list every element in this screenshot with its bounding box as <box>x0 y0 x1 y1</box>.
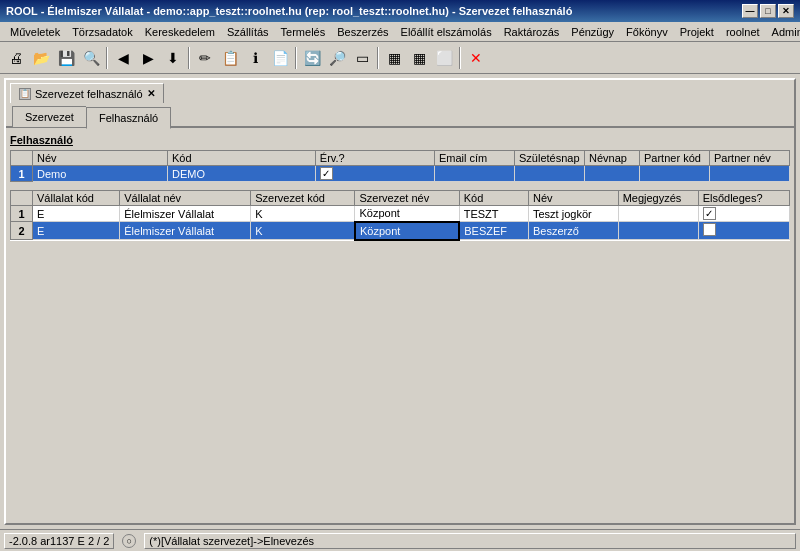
lcell-elsodles-2[interactable] <box>698 222 789 240</box>
minimize-button[interactable]: — <box>742 4 758 18</box>
menu-projekt[interactable]: Projekt <box>674 25 720 39</box>
lower-table-row-1[interactable]: 1 E Élelmiszer Vállalat K Központ TESZT … <box>11 206 790 222</box>
checkbox-elsodles-1[interactable] <box>703 207 716 220</box>
toolbar-find[interactable]: 🔍 <box>79 46 103 70</box>
lcell-megjegyzes-2[interactable] <box>618 222 698 240</box>
lcell-kod-2[interactable]: BESZEF <box>459 222 528 240</box>
lcell-nev-1[interactable]: Teszt jogkör <box>528 206 618 222</box>
upper-section: Felhasználó Név Kód Érv.? Email cím Szül… <box>10 132 790 182</box>
menu-termeles[interactable]: Termelés <box>275 25 332 39</box>
toolbar-sep-1 <box>106 47 108 69</box>
lcol-num <box>11 191 33 206</box>
checkbox-elsodles-2[interactable] <box>703 223 716 236</box>
col-nevnap: Névnap <box>585 151 640 166</box>
toolbar-save[interactable]: 💾 <box>54 46 78 70</box>
lcell-kod-1[interactable]: TESZT <box>459 206 528 222</box>
lrow-num-1: 1 <box>11 206 33 222</box>
menu-szallitas[interactable]: Szállítás <box>221 25 275 39</box>
menu-penzugy[interactable]: Pénzügy <box>565 25 620 39</box>
col-email: Email cím <box>435 151 515 166</box>
tab-icon: 📋 <box>19 88 31 100</box>
title-bar: ROOL - Élelmiszer Vállalat - demo::app_t… <box>0 0 800 22</box>
toolbar-copy[interactable]: 📋 <box>218 46 242 70</box>
toolbar-box1[interactable]: ▭ <box>350 46 374 70</box>
menu-eloallit[interactable]: Előállít elszámolás <box>395 25 498 39</box>
lcell-szervezet-nev-2[interactable]: Központ <box>355 222 459 240</box>
col-partner-nev: Partner név <box>710 151 790 166</box>
toolbar-prev[interactable]: ◀ <box>111 46 135 70</box>
col-szul: Születésnap <box>515 151 585 166</box>
lcol-kod: Kód <box>459 191 528 206</box>
window-tab-bar: 📋 Szervezet felhasználó ✕ <box>6 80 794 102</box>
toolbar-grid1[interactable]: ▦ <box>382 46 406 70</box>
cell-szul-1[interactable] <box>515 166 585 182</box>
col-partner-kod: Partner kód <box>640 151 710 166</box>
lcol-vallalat-kod: Vállalat kód <box>33 191 120 206</box>
inner-tab-szervezet[interactable]: Szervezet <box>12 106 86 128</box>
cell-nev-1[interactable]: Demo <box>33 166 168 182</box>
menu-beszerzes[interactable]: Beszerzés <box>331 25 394 39</box>
toolbar-print[interactable]: 🖨 <box>4 46 28 70</box>
col-num <box>11 151 33 166</box>
lcell-vallalat-nev-2[interactable]: Élelmiszer Vállalat <box>120 222 251 240</box>
cell-partner-kod-1[interactable] <box>640 166 710 182</box>
lcell-szervezet-nev-1[interactable]: Központ <box>355 206 459 222</box>
toolbar-zoom[interactable]: 🔎 <box>325 46 349 70</box>
toolbar-info[interactable]: ℹ <box>243 46 267 70</box>
lcell-vallalat-kod-2[interactable]: E <box>33 222 120 240</box>
lower-table: Vállalat kód Vállalat név Szervezet kód … <box>10 190 790 241</box>
lcell-vallalat-nev-1[interactable]: Élelmiszer Vállalat <box>120 206 251 222</box>
menu-kereskedelem[interactable]: Kereskedelem <box>139 25 221 39</box>
lcell-elsodles-1[interactable] <box>698 206 789 222</box>
menu-torzsadatok[interactable]: Törzsadatok <box>66 25 139 39</box>
cell-partner-nev-1[interactable] <box>710 166 790 182</box>
title-bar-buttons: — □ ✕ <box>742 4 794 18</box>
toolbar-sep-3 <box>295 47 297 69</box>
menu-raktarozas[interactable]: Raktározás <box>498 25 566 39</box>
lcell-szervezet-kod-2[interactable]: K <box>251 222 355 240</box>
lcell-megjegyzes-1[interactable] <box>618 206 698 222</box>
inner-tab-felhasznalo[interactable]: Felhasználó <box>86 107 171 129</box>
status-icon: ○ <box>122 534 136 548</box>
upper-table: Név Kód Érv.? Email cím Születésnap Névn… <box>10 150 790 182</box>
checkbox-erv-1[interactable] <box>320 167 333 180</box>
status-message: (*)[Vállalat szervezet]->Elnevezés <box>144 533 796 549</box>
toolbar-edit[interactable]: ✏ <box>193 46 217 70</box>
toolbar-next[interactable]: ▶ <box>136 46 160 70</box>
cell-kod-1[interactable]: DEMO <box>167 166 315 182</box>
lcol-vallalat-nev: Vállalat név <box>120 191 251 206</box>
lcol-megjegyzes: Megjegyzés <box>618 191 698 206</box>
toolbar-box2[interactable]: ⬜ <box>432 46 456 70</box>
menu-roolnet[interactable]: roolnet <box>720 25 766 39</box>
cell-nevnap-1[interactable] <box>585 166 640 182</box>
upper-table-row-1[interactable]: 1 Demo DEMO <box>11 166 790 182</box>
menu-admin[interactable]: Admin <box>766 25 800 39</box>
toolbar-down[interactable]: ⬇ <box>161 46 185 70</box>
lcell-nev-2[interactable]: Beszerző <box>528 222 618 240</box>
menu-bar: Műveletek Törzsadatok Kereskedelem Száll… <box>0 22 800 42</box>
toolbar-open[interactable]: 📂 <box>29 46 53 70</box>
lower-table-header: Vállalat kód Vállalat név Szervezet kód … <box>11 191 790 206</box>
maximize-button[interactable]: □ <box>760 4 776 18</box>
tab-window: 📋 Szervezet felhasználó ✕ Szervezet Felh… <box>4 78 796 525</box>
toolbar-sep-2 <box>188 47 190 69</box>
lcell-szervezet-kod-1[interactable]: K <box>251 206 355 222</box>
main-area: 📋 Szervezet felhasználó ✕ Szervezet Felh… <box>0 74 800 529</box>
toolbar-grid2[interactable]: ▦ <box>407 46 431 70</box>
menu-muveletek[interactable]: Műveletek <box>4 25 66 39</box>
menu-fokonyvv[interactable]: Főkönyv <box>620 25 674 39</box>
row-num-1: 1 <box>11 166 33 182</box>
toolbar-refresh[interactable]: 🔄 <box>300 46 324 70</box>
toolbar-sep-5 <box>459 47 461 69</box>
toolbar-stop[interactable]: ✕ <box>464 46 488 70</box>
tab-content: Felhasználó Név Kód Érv.? Email cím Szül… <box>6 128 794 523</box>
upper-section-label: Felhasználó <box>10 132 790 148</box>
window-tab-szervezet-felhasznalo[interactable]: 📋 Szervezet felhasználó ✕ <box>10 83 164 103</box>
lcell-vallalat-kod-1[interactable]: E <box>33 206 120 222</box>
window-tab-close[interactable]: ✕ <box>147 88 155 99</box>
lower-table-row-2[interactable]: 2 E Élelmiszer Vállalat K Központ BESZEF… <box>11 222 790 240</box>
cell-erv-1[interactable] <box>315 166 434 182</box>
toolbar-doc[interactable]: 📄 <box>268 46 292 70</box>
cell-email-1[interactable] <box>435 166 515 182</box>
close-button[interactable]: ✕ <box>778 4 794 18</box>
